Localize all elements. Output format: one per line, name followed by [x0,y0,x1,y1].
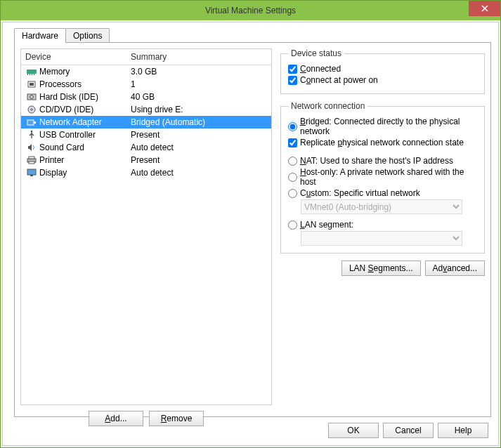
settings-window: Virtual Machine Settings Hardware Option… [0,0,501,448]
device-row-memory[interactable]: Memory3.0 GB [21,65,271,78]
nic-icon [25,117,38,128]
device-name: CD/DVD (IDE) [39,105,131,114]
custom-input[interactable] [288,189,297,198]
device-row-disk[interactable]: Hard Disk (IDE)40 GB [21,91,271,103]
device-row-display[interactable]: DisplayAuto detect [21,166,271,179]
device-name: Printer [39,155,131,165]
svg-rect-17 [27,169,36,175]
device-buttons: Add... Remove [20,411,272,426]
connected-checkbox[interactable]: Connected [288,64,477,74]
cd-icon [25,104,38,115]
svg-rect-0 [27,70,37,74]
device-name: Network Adapter [39,117,131,127]
device-name: Processors [39,79,131,89]
device-list[interactable]: Device Summary Memory3.0 GBProcessors1Ha… [20,48,272,405]
custom-radio[interactable]: Custom: Specific virtual network [288,188,477,198]
network-buttons: LAN Segments... Advanced... [280,261,485,276]
svg-rect-4 [34,74,34,75]
device-summary: Present [131,130,267,140]
svg-point-13 [31,131,33,133]
bridged-radio[interactable]: Bridged: Connected directly to the physi… [288,117,477,136]
disk-icon [25,91,38,103]
tab-options[interactable]: Options [65,28,110,43]
dialog-buttons: OK Cancel Help [328,423,488,438]
cpu-icon [25,79,38,90]
device-pane: Device Summary Memory3.0 GBProcessors1Ha… [20,48,272,411]
device-row-usb[interactable]: USB ControllerPresent [21,129,271,141]
device-row-nic[interactable]: Network AdapterBridged (Automatic) [21,116,271,129]
network-connection-group: Network connection Bridged: Connected di… [280,101,485,253]
device-row-cd[interactable]: CD/DVD (IDE)Using drive E: [21,103,271,116]
close-button[interactable] [469,1,500,16]
sound-icon [25,142,38,153]
device-status-legend: Device status [288,48,344,58]
display-icon [25,167,38,178]
replicate-input[interactable] [288,138,297,147]
vmnet-row: VMnet0 (Auto-bridging) [301,199,477,214]
bridged-input[interactable] [288,122,297,131]
svg-rect-12 [34,121,36,124]
config-pane: Device status Connected Connect at power… [280,48,485,411]
device-name: Hard Disk (IDE) [39,92,131,102]
connect-power-checkbox[interactable]: Connect at power on [288,75,477,85]
memory-icon [25,66,38,77]
nat-input[interactable] [288,157,297,166]
ok-button[interactable]: OK [328,423,379,438]
cancel-button[interactable]: Cancel [383,423,434,438]
advanced-button[interactable]: Advanced... [425,261,485,276]
device-name: Display [39,168,131,178]
lan-segments-button[interactable]: LAN Segments... [341,261,421,276]
device-status-group: Device status Connected Connect at power… [280,48,485,94]
close-icon [481,5,488,12]
svg-rect-1 [27,74,28,75]
svg-rect-16 [29,162,34,164]
vmnet-select: VMnet0 (Auto-bridging) [301,199,462,214]
lanseg-row [301,231,477,246]
nat-radio[interactable]: NAT: Used to share the host's IP address [288,156,477,166]
svg-rect-3 [32,74,32,75]
device-list-header: Device Summary [21,49,271,65]
replicate-checkbox[interactable]: Replicate physical network connection st… [288,138,477,147]
device-name: USB Controller [39,130,131,140]
svg-point-10 [31,109,33,111]
device-summary: Bridged (Automatic) [131,117,267,127]
device-summary: Present [131,155,267,165]
svg-rect-15 [29,157,34,159]
titlebar: Virtual Machine Settings [1,1,500,20]
device-row-sound[interactable]: Sound CardAuto detect [21,141,271,154]
hostonly-input[interactable] [288,173,297,182]
tab-panel: Device Summary Memory3.0 GBProcessors1Ha… [14,42,491,417]
device-summary: 40 GB [131,92,267,102]
connected-input[interactable] [288,65,297,74]
hostonly-radio[interactable]: Host-only: A private network shared with… [288,167,477,187]
col-device[interactable]: Device [21,49,126,65]
tab-hardware[interactable]: Hardware [14,28,66,43]
network-legend: Network connection [288,101,367,111]
content-area: Hardware Options Device Summary Memory3.… [2,22,499,446]
device-summary: Auto detect [131,143,267,152]
remove-button[interactable]: Remove [149,411,204,426]
device-summary: 3.0 GB [131,67,267,77]
device-summary: 1 [131,79,267,89]
svg-rect-6 [30,83,34,86]
col-summary[interactable]: Summary [126,49,271,65]
device-name: Sound Card [39,143,131,152]
svg-rect-2 [30,74,30,75]
window-title: Virtual Machine Settings [205,6,296,15]
device-name: Memory [39,67,131,77]
help-button[interactable]: Help [438,423,488,438]
svg-rect-11 [27,120,34,125]
device-summary: Using drive E: [131,105,267,114]
device-row-printer[interactable]: PrinterPresent [21,154,271,166]
usb-icon [25,129,38,140]
connect-power-input[interactable] [288,76,297,85]
device-summary: Auto detect [131,168,267,178]
lanseg-input[interactable] [288,220,297,230]
device-row-cpu[interactable]: Processors1 [21,78,271,91]
lanseg-radio[interactable]: LAN segment: [288,220,477,230]
lanseg-select [301,231,462,246]
add-button[interactable]: Add... [89,411,143,426]
printer-icon [25,154,38,166]
svg-rect-18 [30,175,33,176]
tab-strip: Hardware Options [14,28,109,43]
